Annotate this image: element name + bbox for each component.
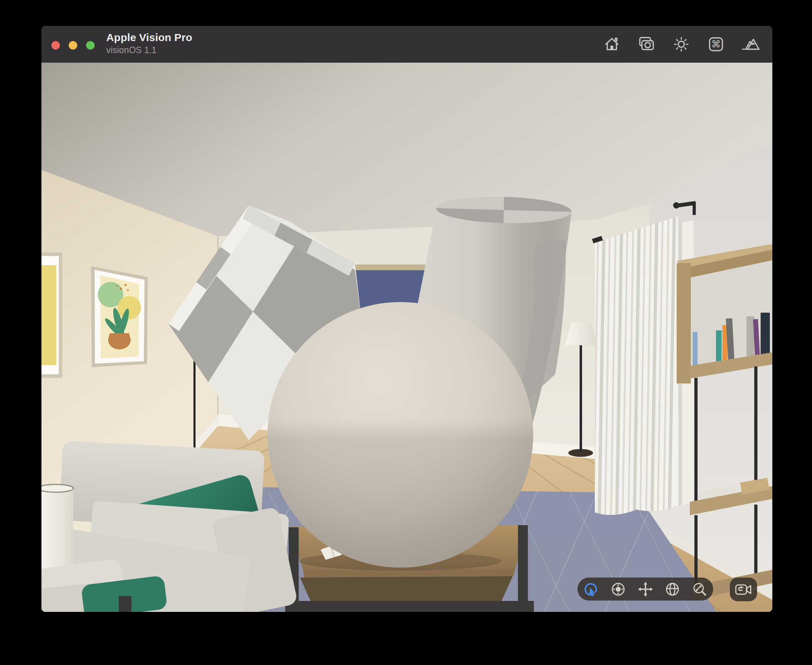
svg-text:⌘: ⌘ — [711, 39, 721, 49]
simulator-toolbar: ⌘ — [602, 26, 760, 63]
book — [698, 326, 707, 365]
close-button[interactable] — [51, 41, 60, 49]
window-title: Apple Vision Pro — [106, 31, 192, 44]
simulated-environment-viewport[interactable] — [41, 63, 772, 612]
screenshot-camera-icon[interactable] — [637, 35, 656, 53]
window-subtitle: visionOS 1.1 — [106, 45, 192, 55]
zoom-button[interactable] — [86, 41, 95, 49]
book — [746, 316, 754, 357]
wall-art-abstract — [41, 254, 61, 376]
book — [735, 315, 746, 359]
minimize-button[interactable] — [69, 41, 77, 49]
book — [716, 330, 722, 362]
home-icon[interactable] — [602, 35, 622, 53]
rotate-control-icon[interactable] — [664, 581, 681, 598]
command-key-icon[interactable]: ⌘ — [706, 35, 725, 53]
title-bar[interactable]: Apple Vision Pro visionOS 1.1 — [41, 26, 772, 63]
orbit-control-icon[interactable] — [610, 581, 627, 598]
pan-control-icon[interactable] — [637, 581, 654, 598]
camera-control-bar — [577, 578, 713, 601]
living-room-scene — [41, 63, 772, 612]
window-title-block: Apple Vision Pro visionOS 1.1 — [106, 31, 192, 55]
desktop: { "window": { "title": "Apple Vision Pro… — [0, 0, 812, 665]
sun-brightness-icon[interactable] — [672, 35, 691, 53]
restore-camera-button[interactable] — [730, 578, 757, 601]
tap-gesture-icon[interactable] — [582, 581, 599, 598]
traffic-lights — [51, 41, 95, 49]
book — [771, 320, 772, 354]
bookshelf-side-panel — [677, 263, 691, 383]
sphere — [267, 302, 533, 568]
wall-art-plant — [91, 266, 148, 367]
book — [761, 313, 770, 355]
zoom-control-icon[interactable] — [691, 581, 708, 598]
book — [692, 332, 697, 366]
bookshelf-leg-back — [754, 367, 758, 499]
bookshelf-leg-front — [694, 378, 697, 503]
mountains-environment-icon[interactable] — [741, 35, 760, 53]
side-table-leg — [119, 596, 131, 612]
simulator-window: Apple Vision Pro visionOS 1.1 — [41, 26, 772, 612]
